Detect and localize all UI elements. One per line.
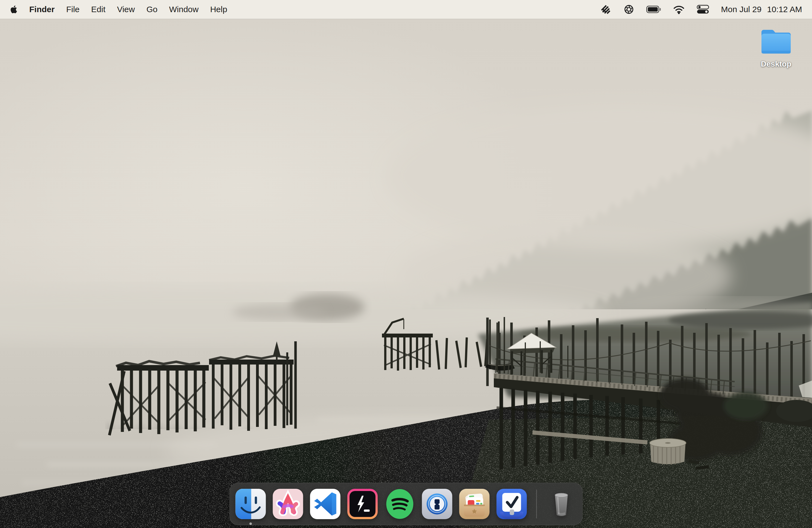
- vscode-icon: [309, 488, 342, 520]
- macos-desktop: { "menu_bar": { "menus": ["Finder", "Fil…: [0, 0, 812, 528]
- menu-item-window[interactable]: Window: [169, 5, 199, 14]
- control-center-icon[interactable]: [697, 3, 709, 16]
- dock-item-trash[interactable]: [546, 488, 578, 520]
- finder-icon: [235, 488, 267, 520]
- menu-item-view[interactable]: View: [117, 5, 135, 14]
- dock: [230, 483, 583, 525]
- dock-item-arc[interactable]: [272, 488, 304, 520]
- menu-item-finder[interactable]: Finder: [29, 5, 55, 14]
- dock-item-vscode[interactable]: [309, 488, 342, 520]
- spotify-icon: [384, 488, 416, 520]
- desktop-folder-label: Desktop: [761, 60, 791, 69]
- dock-item-warp[interactable]: [347, 488, 379, 520]
- menu-bar: Finder File Edit View Go Window Help: [0, 0, 812, 19]
- clock-date: Mon Jul 29: [721, 5, 762, 14]
- aperture-icon[interactable]: [623, 3, 635, 16]
- arc-icon: [272, 488, 304, 520]
- warp-terminal-icon: [347, 488, 379, 520]
- wallpaper-image: [0, 0, 812, 528]
- 1password-icon: [421, 488, 453, 520]
- menu-item-help[interactable]: Help: [210, 5, 227, 14]
- menu-bar-right: Mon Jul 29 10:12 AM: [599, 3, 802, 16]
- folder-icon: [759, 28, 793, 56]
- apple-menu[interactable]: [10, 3, 18, 16]
- battery-icon[interactable]: [646, 3, 661, 16]
- keyboard-stripes-icon[interactable]: [599, 3, 611, 16]
- menu-bar-clock[interactable]: Mon Jul 29 10:12 AM: [721, 5, 802, 14]
- dock-item-things[interactable]: [496, 488, 528, 520]
- menu-item-go[interactable]: Go: [146, 5, 157, 14]
- clock-time: 10:12 AM: [767, 5, 802, 14]
- wifi-icon[interactable]: [673, 3, 685, 16]
- dock-item-spotify[interactable]: [384, 488, 416, 520]
- dock-item-cardhop[interactable]: [459, 488, 491, 520]
- trash-icon: [546, 488, 578, 520]
- dock-item-finder[interactable]: [235, 488, 267, 520]
- desktop-folder[interactable]: Desktop: [754, 28, 798, 69]
- things-icon: [496, 488, 528, 520]
- menu-item-file[interactable]: File: [66, 5, 79, 14]
- dock-divider: [536, 489, 537, 518]
- running-indicator: [249, 523, 252, 525]
- menu-bar-left: Finder File Edit View Go Window Help: [10, 3, 227, 16]
- cardhop-icon: [459, 488, 491, 520]
- menu-item-edit[interactable]: Edit: [91, 5, 105, 14]
- apple-logo-icon: [10, 5, 18, 14]
- dock-item-1password[interactable]: [421, 488, 453, 520]
